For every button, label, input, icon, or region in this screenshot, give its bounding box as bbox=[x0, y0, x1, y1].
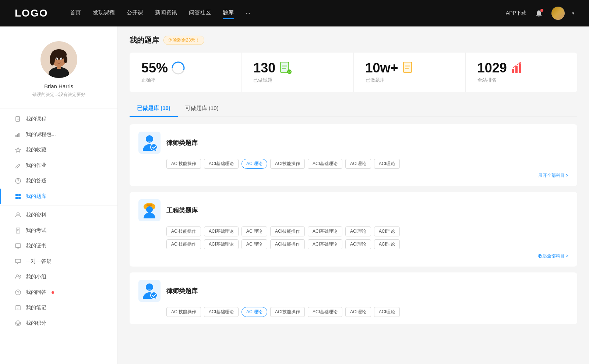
sidebar-item-points[interactable]: 我的积分 bbox=[0, 315, 117, 331]
svg-point-6 bbox=[64, 56, 67, 63]
qbank-tag[interactable]: ACI技能操作 bbox=[166, 159, 201, 169]
sidebar-item-myqa[interactable]: ? 我的问答 bbox=[0, 285, 117, 300]
sidebar-item-answers-label: 我的答疑 bbox=[26, 178, 46, 184]
notification-dot bbox=[540, 9, 543, 12]
qbank-tag[interactable]: ACI基础理论 bbox=[308, 239, 342, 249]
stats-row: 55% 正确率 130 bbox=[130, 53, 577, 92]
nav-qa[interactable]: 问答社区 bbox=[189, 9, 211, 18]
sidebar-item-group[interactable]: 我的小组 bbox=[0, 269, 117, 285]
stat-done-questions-top: 130 bbox=[253, 61, 292, 75]
stat-ranking: 1029 全站排名 bbox=[466, 53, 577, 92]
tab-done[interactable]: 已做题库 (10) bbox=[130, 101, 178, 116]
sidebar: Brian Harris 错误的决定比没有决定要好 我的课程 我的课程包... bbox=[0, 26, 118, 364]
qbank-expand-lawyer-1[interactable]: 展开全部科目 > bbox=[138, 172, 568, 179]
notification-bell[interactable] bbox=[534, 8, 544, 18]
qbank-expand-engineer-1[interactable]: 收起全部科目 > bbox=[138, 253, 568, 259]
sidebar-item-favorites[interactable]: 我的收藏 bbox=[0, 142, 117, 158]
qbank-tag[interactable]: ACI理论 bbox=[374, 159, 400, 169]
qbank-tag[interactable]: ACI技能操作 bbox=[270, 307, 305, 317]
sidebar-divider-2 bbox=[0, 206, 117, 206]
qbank-tag-highlighted[interactable]: ACI理论 bbox=[241, 159, 267, 169]
bar-icon bbox=[15, 131, 21, 138]
sidebar-item-points-label: 我的积分 bbox=[26, 320, 46, 326]
qbank-tag[interactable]: ACI基础理论 bbox=[308, 159, 342, 169]
avatar-dropdown-arrow[interactable]: ▾ bbox=[572, 11, 574, 16]
qbank-tag[interactable]: ACI技能操作 bbox=[270, 226, 305, 236]
qbank-tag[interactable]: ACI理论 bbox=[374, 307, 400, 317]
sidebar-item-answers[interactable]: ? 我的答疑 bbox=[0, 173, 117, 189]
qbank-tag[interactable]: ACI理论 bbox=[374, 239, 400, 249]
qbank-tag[interactable]: ACI基础理论 bbox=[204, 239, 239, 249]
stat-accuracy-top: 55% bbox=[141, 61, 185, 75]
sidebar-item-notes[interactable]: 我的笔记 bbox=[0, 300, 117, 315]
svg-point-30 bbox=[19, 275, 21, 277]
main-nav: 首页 发现课程 公开课 新闻资讯 问答社区 题库 ··· bbox=[70, 9, 506, 18]
nav-more[interactable]: ··· bbox=[246, 10, 250, 17]
qbank-tag[interactable]: ACI技能操作 bbox=[270, 239, 305, 249]
star-icon bbox=[15, 147, 21, 153]
nav-discover[interactable]: 发现课程 bbox=[93, 9, 115, 18]
ranking-icon bbox=[511, 61, 524, 75]
nav-open-course[interactable]: 公开课 bbox=[127, 9, 143, 18]
qbank-tag[interactable]: ACI技能操作 bbox=[270, 159, 305, 169]
tab-available[interactable]: 可做题库 (10) bbox=[178, 101, 226, 116]
user-icon bbox=[15, 212, 21, 218]
svg-point-41 bbox=[174, 64, 182, 72]
sidebar-item-mycourse[interactable]: 我的课程 bbox=[0, 111, 117, 127]
qbank-tag[interactable]: ACI理论 bbox=[374, 226, 400, 236]
stat-done-questions-label: 已做试题 bbox=[253, 77, 272, 83]
sidebar-item-cert[interactable]: 我的证书 bbox=[0, 238, 117, 254]
sidebar-item-cert-label: 我的证书 bbox=[26, 243, 46, 249]
svg-rect-14 bbox=[15, 135, 17, 137]
nav-qbank[interactable]: 题库 bbox=[223, 9, 234, 18]
stat-done-banks-label: 已做题库 bbox=[366, 77, 385, 83]
sidebar-item-homework-label: 我的作业 bbox=[26, 162, 46, 169]
qbank-tag[interactable]: ACI技能操作 bbox=[166, 239, 201, 249]
sidebar-item-homework[interactable]: 我的作业 bbox=[0, 158, 117, 173]
qbank-tag-highlighted[interactable]: ACI理论 bbox=[241, 307, 267, 317]
sidebar-menu: 我的课程 我的课程包... 我的收藏 我的作业 bbox=[0, 111, 117, 331]
sidebar-item-profile[interactable]: 我的资料 bbox=[0, 207, 117, 223]
qbank-tags-engineer-row2: ACI技能操作 ACI基础理论 ACI理论 ACI技能操作 ACI基础理论 AC… bbox=[166, 239, 568, 249]
stat-ranking-label: 全站排名 bbox=[477, 77, 497, 83]
qbank-tag[interactable]: ACI技能操作 bbox=[166, 226, 201, 236]
file-icon bbox=[15, 227, 21, 234]
sidebar-item-profile-label: 我的资料 bbox=[26, 212, 46, 218]
qbank-card-lawyer-2: 律师类题库 ACI技能操作 ACI基础理论 ACI理论 ACI技能操作 ACI基… bbox=[130, 272, 577, 324]
app-download-button[interactable]: APP下载 bbox=[506, 10, 526, 17]
qbank-tag[interactable]: ACI理论 bbox=[241, 226, 267, 236]
qbank-tag[interactable]: ACI基础理论 bbox=[204, 159, 239, 169]
qbank-tag[interactable]: ACI理论 bbox=[345, 226, 371, 236]
qbank-title-lawyer-2: 律师类题库 bbox=[166, 287, 198, 295]
qbank-tag[interactable]: ACI基础理论 bbox=[308, 226, 342, 236]
sidebar-item-coursepack[interactable]: 我的课程包... bbox=[0, 127, 117, 142]
nav-news[interactable]: 新闻资讯 bbox=[155, 9, 177, 18]
qbank-tag[interactable]: ACI基础理论 bbox=[204, 307, 239, 317]
engineer-icon-1 bbox=[138, 199, 161, 221]
stat-ranking-top: 1029 bbox=[477, 61, 524, 75]
nav-home[interactable]: 首页 bbox=[70, 9, 81, 18]
qbank-tag[interactable]: ACI技能操作 bbox=[166, 307, 201, 317]
qbank-tag[interactable]: ACI基础理论 bbox=[204, 226, 239, 236]
doc-icon bbox=[15, 116, 21, 122]
user-avatar[interactable] bbox=[551, 7, 565, 20]
sidebar-item-exam[interactable]: 我的考试 bbox=[0, 223, 117, 238]
header: LOGO 首页 发现课程 公开课 新闻资讯 问答社区 题库 ··· APP下载 … bbox=[0, 0, 589, 26]
qbank-tag[interactable]: ACI理论 bbox=[345, 159, 371, 169]
sidebar-divider-1 bbox=[0, 108, 117, 108]
sidebar-item-onetoone-label: 一对一答疑 bbox=[26, 258, 52, 265]
sidebar-item-notes-label: 我的笔记 bbox=[26, 304, 46, 311]
qbank-tag[interactable]: ACI理论 bbox=[241, 239, 267, 249]
qbank-tags-lawyer-1: ACI技能操作 ACI基础理论 ACI理论 ACI技能操作 ACI基础理论 AC… bbox=[166, 159, 568, 169]
svg-rect-19 bbox=[15, 194, 18, 196]
sidebar-item-qbank[interactable]: 我的题库 bbox=[0, 189, 117, 204]
points-icon bbox=[15, 320, 21, 326]
stat-accuracy-label: 正确率 bbox=[141, 77, 156, 83]
qbank-tag[interactable]: ACI理论 bbox=[345, 239, 371, 249]
qbank-tag[interactable]: ACI基础理论 bbox=[308, 307, 342, 317]
sidebar-item-onetoone[interactable]: 一对一答疑 bbox=[0, 254, 117, 269]
stat-done-questions: 130 已做试题 bbox=[241, 53, 353, 92]
qbank-tag[interactable]: ACI理论 bbox=[345, 307, 371, 317]
svg-rect-27 bbox=[15, 244, 21, 247]
svg-point-29 bbox=[16, 275, 18, 277]
